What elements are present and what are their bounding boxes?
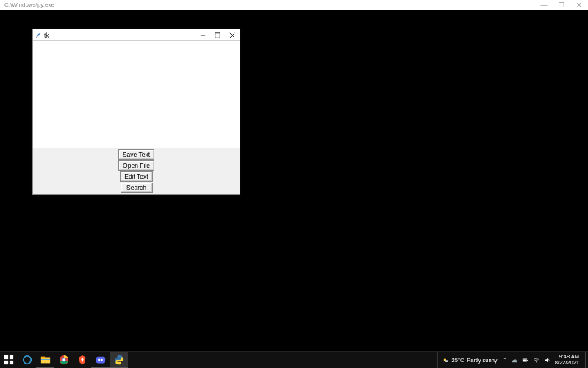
start-button[interactable]	[0, 352, 18, 368]
svg-point-8	[23, 356, 31, 364]
svg-rect-6	[4, 361, 8, 364]
svg-rect-15	[96, 356, 104, 363]
svg-point-17	[101, 358, 102, 360]
svg-rect-5	[10, 355, 13, 359]
parent-maximize-button[interactable]: ❐	[553, 0, 570, 10]
tk-maximize-button[interactable]	[210, 29, 225, 41]
svg-rect-7	[10, 361, 13, 364]
onedrive-tray-icon[interactable]	[511, 357, 517, 364]
svg-point-16	[98, 358, 100, 360]
edit-text-button[interactable]: Edit Text	[120, 171, 152, 182]
clock-date: 8/22/2021	[555, 360, 579, 366]
svg-rect-11	[40, 359, 49, 360]
parent-close-button[interactable]: ✕	[570, 0, 588, 10]
svg-point-14	[62, 358, 65, 361]
taskbar-app-fileexplorer[interactable]	[36, 352, 54, 368]
tk-feather-icon	[35, 32, 41, 38]
svg-rect-1	[215, 32, 220, 37]
tk-window: tk Save Text Open File Edit Text Search	[32, 29, 240, 195]
taskbar-app-chrome[interactable]	[54, 352, 73, 368]
svg-rect-4	[4, 355, 8, 359]
svg-point-19	[445, 360, 448, 362]
taskbar-app-python[interactable]	[110, 352, 128, 368]
show-hidden-icons-button[interactable]: ˄	[503, 357, 506, 364]
taskbar-app-cortana[interactable]	[18, 352, 36, 368]
system-tray: ˄ 9:48 AM 8/22/2021	[502, 352, 585, 368]
taskbar-weather[interactable]: 25°C Partly sunny	[437, 352, 502, 368]
taskbar-clock[interactable]: 9:48 AM 8/22/2021	[555, 354, 581, 366]
tk-close-button[interactable]	[225, 29, 240, 41]
svg-rect-22	[523, 359, 526, 361]
power-tray-icon[interactable]	[522, 357, 528, 364]
weather-temp: 25°C	[452, 357, 465, 364]
taskbar-app-discord[interactable]	[91, 352, 110, 368]
wifi-tray-icon[interactable]	[533, 357, 539, 364]
svg-rect-21	[526, 359, 527, 360]
save-text-button[interactable]: Save Text	[118, 149, 154, 160]
parent-window-title: C:\Windows\py.exe	[4, 1, 535, 8]
search-button[interactable]: Search	[121, 183, 153, 193]
taskbar-app-brave[interactable]	[73, 352, 91, 368]
weather-condition: Partly sunny	[467, 357, 497, 364]
parent-minimize-button[interactable]: —	[535, 0, 553, 10]
taskbar: 25°C Partly sunny ˄ 9:48 AM 8/22/2021	[0, 351, 588, 368]
volume-tray-icon[interactable]	[544, 357, 551, 364]
tk-window-title: tk	[44, 32, 196, 39]
svg-rect-10	[40, 356, 44, 358]
tk-titlebar[interactable]: tk	[33, 29, 240, 41]
show-desktop-button[interactable]	[585, 352, 588, 368]
weather-icon	[442, 357, 449, 364]
svg-point-23	[536, 361, 537, 362]
tk-minimize-button[interactable]	[196, 29, 210, 41]
open-file-button[interactable]: Open File	[118, 160, 154, 171]
tk-button-frame: Save Text Open File Edit Text Search	[33, 148, 240, 194]
tk-text-widget[interactable]	[33, 41, 240, 148]
parent-window-titlebar: C:\Windows\py.exe — ❐ ✕	[0, 0, 588, 10]
